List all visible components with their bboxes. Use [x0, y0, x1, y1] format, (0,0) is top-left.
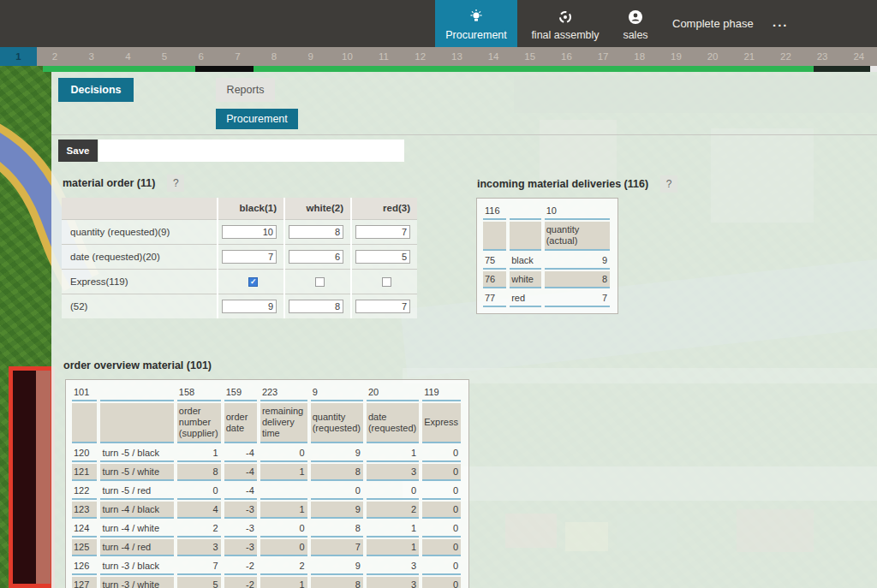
- table-cell: 122: [72, 483, 97, 500]
- table-cell: 7: [311, 539, 363, 556]
- timeline-cell-8[interactable]: 8: [256, 47, 293, 66]
- timeline-cell-18[interactable]: 18: [621, 47, 658, 66]
- column-header-cell: order date: [224, 403, 257, 443]
- number-input[interactable]: 5: [355, 250, 410, 264]
- table-cell: -3: [224, 520, 257, 538]
- number-input[interactable]: 7: [222, 250, 277, 264]
- incoming-deliveries-help-button[interactable]: ?: [660, 175, 677, 193]
- timeline-cell-10[interactable]: 10: [329, 47, 366, 66]
- table-cell: 8: [311, 577, 363, 588]
- table-cell: 8: [311, 464, 363, 481]
- express-checkbox[interactable]: [382, 277, 391, 287]
- timeline-cell-2[interactable]: 2: [37, 47, 74, 66]
- table-cell: -3: [224, 539, 257, 556]
- table-row: 120turn -5 / black1-40910: [72, 445, 461, 462]
- timeline-cell-22[interactable]: 22: [767, 47, 804, 66]
- id-header-cell: 10: [545, 203, 610, 220]
- number-input[interactable]: 9: [222, 300, 277, 313]
- timeline-cell-3[interactable]: 3: [73, 47, 110, 66]
- value-cell: 7: [351, 294, 417, 318]
- complete-phase-button[interactable]: Complete phase: [664, 0, 762, 47]
- save-button[interactable]: Save: [58, 140, 98, 162]
- table-cell: turn -4 / red: [100, 539, 173, 556]
- table-cell: 1: [367, 445, 419, 462]
- table-cell: turn -3 / black: [100, 558, 173, 575]
- express-checkbox[interactable]: [315, 277, 325, 287]
- topnav-procurement[interactable]: Procurement: [435, 0, 517, 47]
- more-menu-button[interactable]: ...: [766, 0, 796, 43]
- table-cell: turn -5 / white: [100, 464, 173, 481]
- timeline-cell-15[interactable]: 15: [511, 47, 548, 66]
- tab-procurement-sub[interactable]: Procurement: [216, 109, 298, 129]
- message-field[interactable]: [98, 140, 404, 162]
- table-cell: 0: [260, 445, 307, 462]
- tab-decisions[interactable]: Decisions: [58, 78, 134, 102]
- assembly-icon: [558, 9, 573, 26]
- incoming-deliveries-table: 11610quantity (actual)75black976white877…: [480, 201, 613, 309]
- timeline-cell-19[interactable]: 19: [658, 47, 695, 66]
- express-checkbox[interactable]: [248, 277, 258, 287]
- value-cell: 9: [218, 294, 284, 318]
- number-input[interactable]: 7: [355, 225, 410, 239]
- material-order-row: (52)987: [62, 294, 417, 318]
- number-input[interactable]: 10: [222, 225, 277, 239]
- table-cell: white: [510, 271, 541, 288]
- id-header-cell: 119: [422, 384, 461, 401]
- table-cell: 8: [311, 520, 363, 538]
- label-header-row: order number (supplier)order dateremaini…: [72, 403, 461, 443]
- topnav-final-assembly[interactable]: final assembly: [524, 0, 606, 47]
- timeline-cell-13[interactable]: 13: [438, 47, 475, 66]
- id-header-cell: 223: [260, 384, 307, 401]
- material-order-row: date (requested)(20)765: [62, 244, 417, 269]
- material-order-header: material order (11)?: [63, 175, 184, 192]
- timeline-cell-20[interactable]: 20: [695, 47, 731, 66]
- value-cell: 7: [351, 219, 417, 244]
- material-order-row: quantity (requested)(9)1087: [62, 219, 417, 244]
- table-cell: 124: [72, 520, 97, 538]
- timeline-cell-11[interactable]: 11: [366, 47, 403, 66]
- value-cell: 8: [284, 219, 351, 244]
- number-input[interactable]: 7: [355, 300, 410, 313]
- table-cell: 0: [422, 483, 461, 500]
- table-cell: 0: [422, 577, 461, 588]
- timeline-cell-12[interactable]: 12: [402, 47, 438, 66]
- timeline-cell-14[interactable]: 14: [475, 47, 512, 66]
- material-order-column-header: white(2): [284, 198, 351, 219]
- timeline-cell-21[interactable]: 21: [731, 47, 767, 66]
- column-header-cell: quantity (requested): [311, 403, 363, 443]
- table-cell: 1: [367, 520, 419, 538]
- number-input[interactable]: 8: [289, 300, 343, 313]
- timeline-cell-9[interactable]: 9: [292, 47, 329, 66]
- table-row: 75black9: [483, 252, 610, 270]
- table-cell: 7: [545, 290, 610, 307]
- timeline-cell-4[interactable]: 4: [110, 47, 146, 66]
- table-cell: 0: [422, 445, 461, 462]
- table-cell: 3: [367, 558, 419, 575]
- row-label: date (requested)(20): [62, 244, 218, 269]
- table-cell: turn -5 / black: [100, 445, 173, 462]
- topnav-sales[interactable]: sales: [611, 0, 660, 47]
- timeline-cell-16[interactable]: 16: [548, 47, 585, 66]
- timeline-cell-17[interactable]: 17: [585, 47, 622, 66]
- timeline-cell-24[interactable]: 24: [840, 47, 877, 66]
- number-input[interactable]: 8: [289, 225, 343, 239]
- value-cell: [351, 269, 417, 294]
- map-strip: [0, 66, 877, 72]
- timeline-cell-7[interactable]: 7: [219, 47, 256, 66]
- timeline-cell-1[interactable]: 1: [0, 47, 37, 66]
- timeline-cell-5[interactable]: 5: [146, 47, 183, 66]
- value-cell: 7: [218, 244, 284, 269]
- table-cell: 76: [483, 271, 506, 288]
- material-order-help-button[interactable]: ?: [167, 175, 184, 192]
- order-overview-title: order overview material (101): [63, 359, 212, 371]
- timeline-cell-23[interactable]: 23: [804, 47, 841, 66]
- topnav-procurement-label: Procurement: [445, 29, 507, 41]
- table-cell: 9: [311, 445, 363, 462]
- number-input[interactable]: 6: [289, 250, 343, 264]
- material-order-row: Express(119): [62, 269, 417, 294]
- id-header-cell: [100, 384, 173, 401]
- timeline-cell-6[interactable]: 6: [182, 47, 219, 66]
- table-row: 122turn -5 / red0-4000: [72, 483, 461, 500]
- table-cell: 77: [483, 290, 506, 307]
- tab-reports[interactable]: Reports: [216, 78, 275, 102]
